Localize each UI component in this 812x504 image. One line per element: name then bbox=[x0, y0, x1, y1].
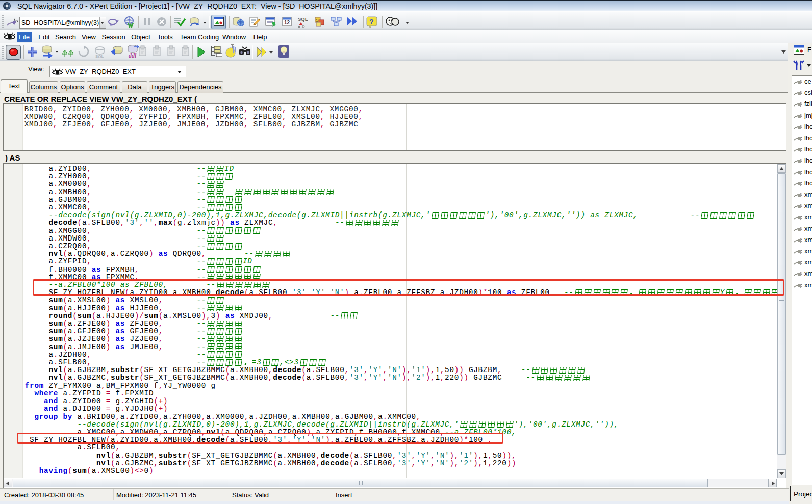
svg-text:12: 12 bbox=[284, 20, 290, 25]
svg-text:ddl: ddl bbox=[129, 52, 137, 58]
svg-text:?: ? bbox=[369, 18, 374, 26]
svg-text:SQL: SQL bbox=[95, 54, 104, 58]
svg-text:SQL: SQL bbox=[298, 16, 308, 22]
svg-text:1: 1 bbox=[316, 18, 318, 23]
